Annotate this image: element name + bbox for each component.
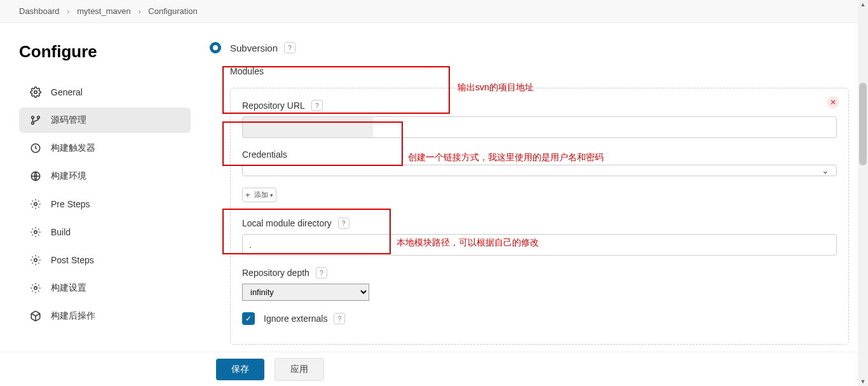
content-area: Subversion ? Modules ✕ Repository URL ? … <box>203 23 868 352</box>
svg-point-8 <box>34 259 37 262</box>
repo-url-input[interactable] <box>242 116 837 138</box>
gear-icon <box>29 198 42 210</box>
gear-icon <box>29 254 42 266</box>
sidebar-items: General 源码管理 构建触发器 构建环境 <box>19 79 191 329</box>
svg-point-3 <box>37 116 40 119</box>
sidebar-item-label: Pre Steps <box>51 199 90 209</box>
module-box: ✕ Repository URL ? Credentials ⌄ + 添加 ▾ <box>230 88 849 345</box>
sidebar-item-general[interactable]: General <box>19 79 191 105</box>
box-icon <box>29 310 42 322</box>
repo-url-label: Repository URL ? <box>242 100 837 111</box>
footer-bar: 保存 应用 <box>0 352 868 386</box>
scroll-thumb[interactable] <box>859 83 867 165</box>
apply-button[interactable]: 应用 <box>275 358 324 381</box>
depth-label: Repository depth ? <box>242 267 837 279</box>
breadcrumb-project[interactable]: mytest_maven <box>77 6 131 16</box>
chevron-right-icon: › <box>67 6 69 16</box>
sidebar-item-label: Build <box>51 227 71 237</box>
sidebar-item-scm[interactable]: 源码管理 <box>19 107 191 133</box>
help-icon[interactable]: ? <box>316 267 327 279</box>
breadcrumb-dashboard[interactable]: Dashboard <box>19 6 60 16</box>
scm-radio-subversion[interactable]: Subversion ? <box>210 42 849 53</box>
sidebar-item-label: 构建后操作 <box>51 310 95 322</box>
scm-radio-label: Subversion <box>230 43 278 53</box>
sidebar-item-label: 构建设置 <box>51 282 86 294</box>
gear-icon <box>29 86 42 99</box>
help-icon[interactable]: ? <box>338 217 349 229</box>
svg-point-6 <box>34 203 37 206</box>
sidebar-item-label: 源码管理 <box>51 114 86 126</box>
sidebar-item-label: 构建触发器 <box>51 142 95 154</box>
breadcrumb: Dashboard › mytest_maven › Configuration <box>0 0 868 23</box>
sidebar-item-label: 构建环境 <box>51 170 86 182</box>
breadcrumb-configuration[interactable]: Configuration <box>148 6 197 16</box>
ignore-externals-label: Ignore externals <box>264 314 327 324</box>
branch-icon <box>29 114 42 127</box>
help-icon[interactable]: ? <box>334 313 345 324</box>
svg-point-1 <box>32 116 34 119</box>
sidebar-item-presteps[interactable]: Pre Steps <box>19 191 191 217</box>
ignore-externals-row[interactable]: ✓ Ignore externals ? <box>242 312 837 325</box>
credentials-select[interactable] <box>242 165 837 176</box>
page-title: Configure <box>19 42 191 62</box>
help-icon[interactable]: ? <box>284 42 295 53</box>
sidebar-item-triggers[interactable]: 构建触发器 <box>19 135 191 161</box>
gear-icon <box>29 226 42 238</box>
remove-module-button[interactable]: ✕ <box>827 96 839 109</box>
clock-icon <box>29 142 42 155</box>
svg-point-7 <box>34 231 37 234</box>
scroll-up-icon[interactable]: ▲ <box>858 0 868 9</box>
svg-point-2 <box>32 122 34 125</box>
help-icon[interactable]: ? <box>311 100 323 111</box>
sidebar-item-env[interactable]: 构建环境 <box>19 163 191 189</box>
sidebar-item-postbuild[interactable]: 构建后操作 <box>19 303 191 329</box>
chevron-right-icon: › <box>138 6 140 16</box>
scrollbar[interactable]: ▲ ▼ <box>858 0 868 386</box>
sidebar-item-build[interactable]: Build <box>19 219 191 245</box>
checkbox-checked-icon: ✓ <box>242 312 255 325</box>
modules-heading: Modules <box>230 66 849 76</box>
sidebar-item-label: Post Steps <box>51 255 94 265</box>
radio-selected-icon <box>210 42 221 53</box>
chevron-down-icon: ▾ <box>270 191 273 198</box>
plus-icon: + <box>245 190 250 200</box>
globe-icon <box>29 170 42 183</box>
sidebar-item-label: General <box>51 87 83 97</box>
scroll-down-icon[interactable]: ▼ <box>858 377 868 386</box>
sidebar-item-buildsettings[interactable]: 构建设置 <box>19 275 191 301</box>
local-dir-label: Local module directory ? <box>242 217 837 229</box>
local-dir-input[interactable] <box>242 234 837 256</box>
gear-icon <box>29 282 42 294</box>
add-credentials-button[interactable]: + 添加 ▾ <box>242 188 276 202</box>
depth-select[interactable]: infinity <box>242 284 369 301</box>
sidebar-item-poststeps[interactable]: Post Steps <box>19 247 191 273</box>
svg-point-0 <box>34 91 37 94</box>
svg-point-9 <box>34 287 37 290</box>
credentials-label: Credentials <box>242 149 837 160</box>
save-button[interactable]: 保存 <box>216 359 264 380</box>
sidebar: Configure General 源码管理 构建触发器 <box>0 23 203 352</box>
